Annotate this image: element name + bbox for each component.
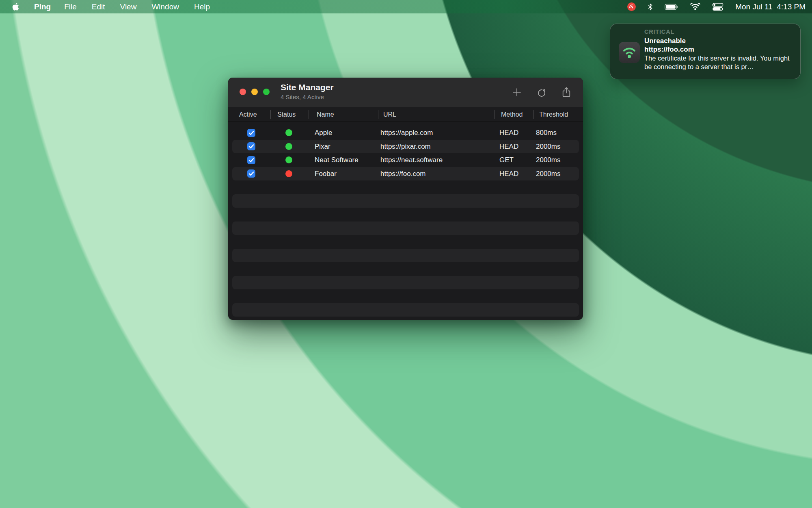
site-threshold: 2000ms bbox=[536, 167, 560, 181]
column-header-name[interactable]: Name bbox=[317, 107, 334, 122]
menu-item-edit[interactable]: Edit bbox=[92, 2, 105, 11]
table-row-empty[interactable] bbox=[228, 208, 583, 221]
battery-icon[interactable] bbox=[665, 3, 678, 11]
notification-app-icon bbox=[619, 42, 640, 63]
status-indicator-up bbox=[285, 143, 292, 150]
column-header-status[interactable]: Status bbox=[277, 107, 296, 122]
minimize-button[interactable] bbox=[251, 89, 258, 95]
window-title: Site Manager bbox=[281, 82, 334, 92]
menu-bar-left: Ping File Edit View Window Help bbox=[0, 2, 210, 11]
share-button[interactable] bbox=[559, 85, 573, 100]
column-divider bbox=[494, 110, 495, 119]
table-row[interactable]: Neat Softwarehttps://neat.softwareGET200… bbox=[228, 153, 583, 167]
table-row-empty[interactable] bbox=[228, 180, 583, 194]
site-url: https://neat.software bbox=[380, 153, 443, 167]
checkmark-icon bbox=[247, 156, 255, 164]
table-row[interactable]: Applehttps://apple.comHEAD800ms bbox=[228, 126, 583, 140]
menu-bar-clock[interactable]: Mon Jul 11 4:13 PM bbox=[735, 2, 806, 11]
table-row-empty[interactable] bbox=[228, 249, 583, 263]
column-divider bbox=[309, 110, 309, 119]
notification-category: CRITICAL bbox=[644, 28, 794, 37]
site-threshold: 2000ms bbox=[536, 140, 560, 154]
share-icon bbox=[560, 86, 572, 98]
menu-item-file[interactable]: File bbox=[64, 2, 77, 11]
menu-item-window[interactable]: Window bbox=[151, 2, 179, 11]
site-name: Foobar bbox=[315, 167, 337, 181]
column-header-method[interactable]: Method bbox=[501, 107, 523, 122]
column-header-active[interactable]: Active bbox=[239, 107, 257, 122]
window-titlebar[interactable]: Site Manager 4 Sites, 4 Active bbox=[228, 78, 583, 107]
row-stripe bbox=[232, 194, 579, 208]
control-center-icon[interactable] bbox=[712, 3, 723, 11]
wifi-app-icon bbox=[621, 46, 637, 59]
active-checkbox[interactable] bbox=[247, 142, 255, 150]
site-url: https://pixar.com bbox=[380, 140, 431, 154]
zoom-button[interactable] bbox=[263, 89, 270, 95]
menu-bar: Ping File Edit View Window Help bbox=[0, 0, 812, 13]
status-indicator-down bbox=[285, 170, 292, 177]
notification-subtitle: https://foo.com bbox=[644, 45, 794, 54]
column-divider bbox=[533, 110, 534, 119]
status-indicator-up bbox=[285, 129, 292, 136]
notification-title: Unreachable bbox=[644, 37, 794, 46]
site-threshold: 2000ms bbox=[536, 153, 560, 167]
table-row-empty[interactable] bbox=[228, 235, 583, 249]
table-row[interactable]: Foobarhttps://foo.comHEAD2000ms bbox=[228, 167, 583, 181]
site-manager-window: Site Manager 4 Sites, 4 Active bbox=[228, 78, 583, 320]
active-checkbox[interactable] bbox=[247, 156, 255, 164]
close-button[interactable] bbox=[240, 89, 246, 95]
table-row-empty[interactable] bbox=[228, 262, 583, 276]
plus-icon bbox=[511, 87, 523, 98]
menu-item-view[interactable]: View bbox=[120, 2, 137, 11]
site-name: Pixar bbox=[315, 140, 330, 154]
table-row[interactable]: Pixarhttps://pixar.comHEAD2000ms bbox=[228, 140, 583, 154]
checkmark-icon bbox=[247, 129, 255, 137]
row-stripe bbox=[232, 249, 579, 263]
table-row-empty[interactable] bbox=[228, 221, 583, 235]
row-stripe bbox=[232, 276, 579, 290]
site-method: HEAD bbox=[499, 126, 518, 140]
column-header-url[interactable]: URL bbox=[383, 107, 396, 122]
apple-menu-icon[interactable] bbox=[12, 2, 19, 11]
table-row-empty[interactable] bbox=[228, 289, 583, 303]
table-row-empty[interactable] bbox=[228, 303, 583, 317]
table-row-empty[interactable] bbox=[228, 276, 583, 290]
row-stripe bbox=[232, 303, 579, 317]
ping-status-icon[interactable] bbox=[627, 2, 636, 11]
status-indicator-up bbox=[285, 156, 292, 163]
column-divider bbox=[378, 110, 378, 119]
active-checkbox[interactable] bbox=[247, 129, 255, 137]
notification-banner[interactable]: CRITICAL Unreachable https://foo.com The… bbox=[610, 24, 801, 79]
menu-bar-status-area: Mon Jul 11 4:13 PM bbox=[627, 2, 812, 11]
apple-logo bbox=[12, 2, 19, 11]
checkmark-icon bbox=[247, 169, 255, 178]
site-method: HEAD bbox=[499, 167, 518, 181]
window-controls bbox=[240, 89, 270, 95]
site-url: https://foo.com bbox=[380, 167, 426, 181]
ping-signal-glyph bbox=[628, 3, 635, 10]
site-url: https://apple.com bbox=[380, 126, 433, 140]
window-titles: Site Manager 4 Sites, 4 Active bbox=[281, 82, 334, 100]
menu-item-help[interactable]: Help bbox=[194, 2, 210, 11]
site-method: GET bbox=[499, 153, 514, 167]
table-row-empty[interactable] bbox=[228, 194, 583, 208]
site-name: Apple bbox=[315, 126, 332, 140]
refresh-icon bbox=[536, 86, 548, 98]
table-body: Applehttps://apple.comHEAD800msPixarhttp… bbox=[228, 126, 583, 320]
refresh-button[interactable] bbox=[535, 85, 549, 100]
column-divider bbox=[270, 110, 271, 119]
window-toolbar bbox=[510, 85, 573, 100]
table-header: Active Status Name URL Method Threshold bbox=[228, 107, 583, 122]
bluetooth-icon[interactable] bbox=[648, 2, 653, 11]
column-header-threshold[interactable]: Threshold bbox=[539, 107, 568, 122]
menu-item-app-name[interactable]: Ping bbox=[34, 2, 51, 11]
row-stripe bbox=[232, 221, 579, 235]
notification-body: The certificate for this server is inval… bbox=[644, 54, 794, 72]
site-method: HEAD bbox=[499, 140, 518, 154]
add-site-button[interactable] bbox=[510, 85, 524, 100]
site-name: Neat Software bbox=[315, 153, 358, 167]
checkmark-icon bbox=[247, 142, 255, 150]
active-checkbox[interactable] bbox=[247, 169, 255, 178]
wifi-icon[interactable] bbox=[690, 3, 700, 11]
site-threshold: 800ms bbox=[536, 126, 557, 140]
